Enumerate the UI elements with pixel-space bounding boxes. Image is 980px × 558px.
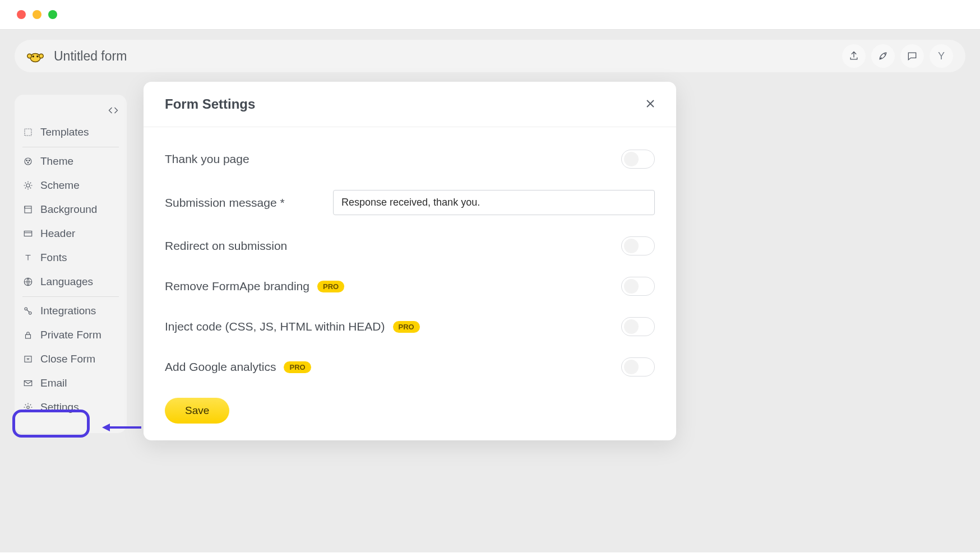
svg-rect-18 (24, 381, 32, 386)
code-toggle-button[interactable] (15, 103, 127, 120)
sidebar-item-label: Background (40, 203, 97, 216)
sidebar-item-label: Fonts (40, 252, 67, 264)
thank-you-page-toggle[interactable] (621, 150, 655, 169)
sidebar-item-languages[interactable]: Languages (15, 270, 127, 294)
minimize-window-icon[interactable] (33, 10, 41, 19)
modal-title: Form Settings (165, 96, 255, 112)
sidebar: Templates Theme Scheme Background Header (15, 95, 127, 433)
svg-point-7 (26, 160, 27, 161)
svg-rect-16 (26, 334, 31, 338)
svg-point-3 (33, 55, 34, 57)
sidebar-item-templates[interactable]: Templates (15, 120, 127, 145)
sidebar-item-label: Theme (40, 155, 73, 168)
google-analytics-label: Add Google analytics (165, 360, 276, 374)
sidebar-item-header[interactable]: Header (15, 222, 127, 246)
sidebar-item-label: Header (40, 227, 75, 240)
sidebar-item-label: Languages (40, 276, 93, 288)
submission-message-label: Submission message * (165, 196, 322, 210)
svg-point-19 (27, 406, 30, 409)
svg-point-6 (25, 158, 31, 165)
svg-point-1 (27, 54, 32, 58)
topbar: Untitled form Y (15, 40, 965, 72)
maximize-window-icon[interactable] (48, 10, 57, 19)
svg-rect-5 (25, 129, 31, 136)
form-settings-modal: Form Settings Thank you page Submission … (144, 82, 676, 440)
share-button[interactable] (842, 44, 866, 68)
sidebar-item-email[interactable]: Email (15, 371, 127, 396)
redirect-toggle[interactable] (621, 236, 655, 255)
sidebar-item-scheme[interactable]: Scheme (15, 174, 127, 198)
app-surface: Untitled form Y Templates (0, 29, 980, 552)
svg-point-9 (27, 162, 29, 163)
pro-badge: PRO (284, 361, 311, 373)
background-icon (22, 204, 34, 215)
comment-button[interactable] (900, 44, 924, 68)
svg-rect-11 (25, 206, 31, 213)
close-form-icon (22, 354, 34, 364)
remove-branding-toggle[interactable] (621, 277, 655, 296)
close-window-icon[interactable] (17, 10, 26, 19)
formape-logo-icon (27, 49, 44, 63)
pro-badge: PRO (317, 281, 344, 292)
pro-badge: PRO (393, 321, 420, 333)
inject-code-toggle[interactable] (621, 317, 655, 336)
sidebar-item-label: Close Form (40, 353, 95, 365)
mail-icon (22, 378, 34, 388)
google-analytics-toggle[interactable] (621, 357, 655, 376)
type-icon (22, 253, 34, 263)
window-controls (0, 0, 980, 29)
lock-icon (22, 330, 34, 340)
sidebar-item-theme[interactable]: Theme (15, 150, 127, 174)
svg-point-10 (26, 184, 30, 187)
sidebar-item-label: Email (40, 377, 67, 389)
submission-message-input[interactable] (333, 190, 655, 215)
svg-point-8 (29, 160, 30, 161)
sidebar-item-label: Templates (40, 126, 89, 138)
templates-icon (22, 127, 34, 137)
sidebar-item-background[interactable]: Background (15, 198, 127, 222)
remove-branding-label: Remove FormApe branding (165, 280, 309, 293)
sidebar-item-label: Scheme (40, 179, 80, 192)
form-title[interactable]: Untitled form (54, 49, 127, 64)
launch-button[interactable] (871, 44, 895, 68)
close-icon[interactable] (646, 98, 655, 111)
sun-icon (22, 180, 34, 190)
sidebar-item-close-form[interactable]: Close Form (15, 347, 127, 371)
redirect-label: Redirect on submission (165, 239, 287, 253)
sidebar-item-label: Private Form (40, 329, 101, 341)
sidebar-item-private-form[interactable]: Private Form (15, 323, 127, 347)
gear-icon (22, 402, 34, 412)
sidebar-item-fonts[interactable]: Fonts (15, 246, 127, 270)
avatar[interactable]: Y (930, 44, 953, 68)
svg-point-0 (30, 54, 40, 62)
sidebar-item-label: Settings (40, 401, 79, 413)
svg-rect-12 (24, 231, 32, 236)
header-icon (22, 229, 34, 239)
integrations-icon (22, 306, 34, 316)
save-button[interactable]: Save (165, 398, 229, 424)
inject-code-label: Inject code (CSS, JS, HTML within HEAD) (165, 320, 385, 333)
globe-icon (22, 277, 34, 287)
svg-point-2 (39, 54, 44, 58)
sidebar-item-label: Integrations (40, 305, 96, 317)
sidebar-item-integrations[interactable]: Integrations (15, 299, 127, 323)
palette-icon (22, 156, 34, 166)
sidebar-item-settings[interactable]: Settings (15, 396, 127, 420)
thank-you-page-label: Thank you page (165, 152, 249, 166)
svg-point-4 (36, 55, 38, 57)
